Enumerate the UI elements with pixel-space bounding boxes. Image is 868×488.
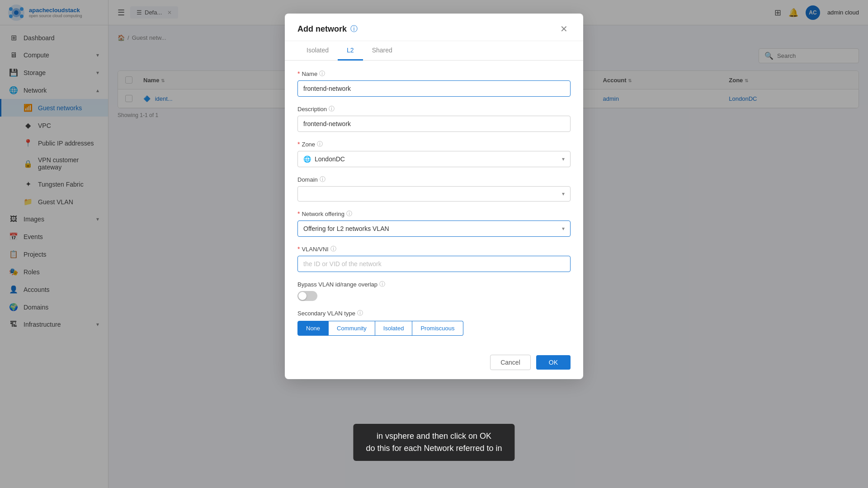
bypass-vlan-group: Bypass VLAN id/range overlap ⓘ bbox=[297, 280, 571, 301]
tooltip-line2: do this for each Network referred to in bbox=[366, 442, 502, 455]
network-offering-help-icon[interactable]: ⓘ bbox=[346, 210, 352, 218]
bypass-vlan-label: Bypass VLAN id/range overlap ⓘ bbox=[297, 280, 571, 288]
network-offering-value: Offering for L2 networks VLAN bbox=[303, 225, 562, 232]
domain-chevron-icon: ▾ bbox=[562, 191, 565, 197]
modal-title: Add network bbox=[297, 24, 347, 34]
secondary-vlan-group: Secondary VLAN type ⓘ None Community Iso… bbox=[297, 309, 571, 336]
modal-overlay[interactable]: Add network ⓘ ✕ Isolated L2 Shared * Nam… bbox=[0, 0, 868, 488]
description-field-group: Description ⓘ bbox=[297, 105, 571, 132]
domain-field-group: Domain ⓘ ▾ bbox=[297, 175, 571, 202]
zone-help-icon[interactable]: ⓘ bbox=[317, 140, 323, 148]
zone-select-value: LondonDC bbox=[315, 155, 562, 163]
globe-icon: 🌐 bbox=[303, 155, 311, 163]
domain-help-icon[interactable]: ⓘ bbox=[320, 175, 326, 183]
tab-isolated[interactable]: Isolated bbox=[297, 41, 338, 61]
description-label: Description ⓘ bbox=[297, 105, 571, 113]
secondary-vlan-help-icon[interactable]: ⓘ bbox=[357, 309, 363, 317]
modal-body: * Name ⓘ Description ⓘ * Zone ⓘ bbox=[285, 61, 583, 347]
tooltip-line1: in vsphere and then click on OK bbox=[366, 430, 502, 442]
svlan-isolated-button[interactable]: Isolated bbox=[375, 321, 413, 336]
ok-button[interactable]: OK bbox=[536, 355, 571, 370]
domain-label: Domain ⓘ bbox=[297, 175, 571, 183]
zone-select[interactable]: 🌐 LondonDC ▾ bbox=[297, 151, 571, 167]
bypass-toggle-container bbox=[297, 291, 571, 301]
bypass-help-icon[interactable]: ⓘ bbox=[379, 280, 385, 288]
modal-header: Add network ⓘ ✕ bbox=[285, 14, 583, 41]
modal-footer: Cancel OK bbox=[285, 347, 583, 379]
svlan-none-button[interactable]: None bbox=[297, 321, 329, 336]
secondary-vlan-label: Secondary VLAN type ⓘ bbox=[297, 309, 571, 317]
bypass-toggle[interactable] bbox=[297, 291, 317, 301]
name-input[interactable] bbox=[297, 80, 571, 97]
svlan-promiscuous-button[interactable]: Promiscuous bbox=[412, 321, 463, 336]
modal-close-button[interactable]: ✕ bbox=[557, 23, 571, 35]
tab-l2[interactable]: L2 bbox=[338, 41, 363, 61]
network-offering-label: * Network offering ⓘ bbox=[297, 210, 571, 218]
toggle-knob bbox=[298, 292, 307, 300]
offering-chevron-icon: ▾ bbox=[562, 225, 565, 232]
name-help-icon[interactable]: ⓘ bbox=[319, 70, 325, 78]
name-field-group: * Name ⓘ bbox=[297, 70, 571, 97]
network-offering-group: * Network offering ⓘ Offering for L2 net… bbox=[297, 210, 571, 237]
vlan-label: * VLAN/VNI ⓘ bbox=[297, 245, 571, 253]
zone-label: * Zone ⓘ bbox=[297, 140, 571, 148]
vlan-input[interactable] bbox=[297, 256, 571, 272]
name-label: * Name ⓘ bbox=[297, 70, 571, 78]
modal-tabs: Isolated L2 Shared bbox=[285, 41, 583, 61]
modal-help-icon[interactable]: ⓘ bbox=[350, 24, 358, 34]
vlan-help-icon[interactable]: ⓘ bbox=[330, 245, 336, 253]
svlan-community-button[interactable]: Community bbox=[329, 321, 375, 336]
cancel-button[interactable]: Cancel bbox=[490, 355, 531, 370]
secondary-vlan-buttons: None Community Isolated Promiscuous bbox=[297, 321, 571, 336]
zone-field-group: * Zone ⓘ 🌐 LondonDC ▾ bbox=[297, 140, 571, 167]
tooltip-banner: in vsphere and then click on OK do this … bbox=[353, 424, 514, 461]
vlan-field-group: * VLAN/VNI ⓘ bbox=[297, 245, 571, 272]
tab-shared[interactable]: Shared bbox=[363, 41, 401, 61]
network-offering-select[interactable]: Offering for L2 networks VLAN ▾ bbox=[297, 221, 571, 237]
zone-chevron-icon: ▾ bbox=[562, 156, 565, 162]
description-input[interactable] bbox=[297, 116, 571, 132]
add-network-modal: Add network ⓘ ✕ Isolated L2 Shared * Nam… bbox=[285, 14, 583, 379]
domain-select[interactable]: ▾ bbox=[297, 186, 571, 202]
description-help-icon[interactable]: ⓘ bbox=[329, 105, 335, 113]
